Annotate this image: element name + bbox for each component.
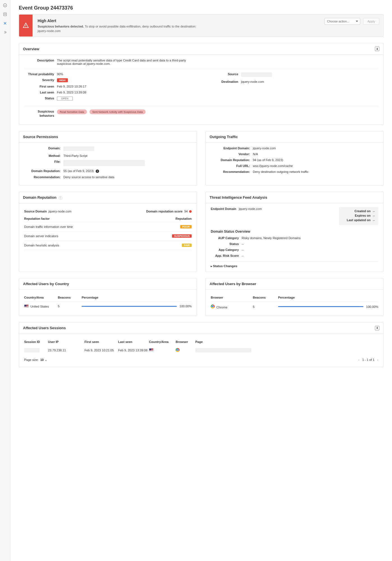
rep-score: 94 — [184, 210, 188, 213]
threat-intel-panel: Threat Intelligence Feed Analysis Endpoi… — [205, 192, 384, 272]
overview-description: The script read potentially sensitive da… — [57, 59, 192, 65]
affected-country-panel: Affected Users by Country Country/AreaBe… — [19, 278, 197, 316]
aup-category: Risky domains, Newly Registered Domains — [242, 236, 378, 240]
domain-reputation-panel: Domain Reputation i Source Domain jquery… — [19, 192, 197, 272]
outgoing-traffic-panel: Outgoing Traffic Endpoint Domain:jquery-… — [205, 131, 384, 186]
sidebar-list-icon[interactable] — [3, 12, 8, 17]
browser-row: Chrome 5 100.00% — [211, 302, 378, 312]
behavior-pill: Sent Network Activity with Suspicious Da… — [90, 109, 146, 114]
alert-icon — [19, 15, 33, 36]
session-first-seen: Feb 9, 2023 10:21:05 — [84, 349, 118, 352]
sessions-header: Session IDUser IPFirst seenLast seenCoun… — [24, 338, 378, 346]
alert-banner: High Alert Suspicious behaviors detected… — [19, 14, 384, 37]
endpoint-domain: jquery-node.com — [253, 146, 378, 150]
chevron-down-icon: ⌄ — [45, 358, 47, 361]
sessions-panel: Affected Users Sessions ⬇ Session IDUser… — [19, 322, 384, 367]
country-row: United States 5 100.00% — [24, 302, 192, 311]
domain-status-overview-title: Domain Status Overview — [211, 230, 378, 233]
reputation-tag-suspicious: SUSPICIOUS — [172, 234, 192, 238]
source-domain-redacted — [63, 146, 94, 151]
sidebar-tools-icon[interactable] — [3, 21, 8, 26]
threat-probability: 90% — [57, 72, 194, 76]
alert-domain: jquery-node.com — [38, 29, 315, 33]
overview-panel: Overview ⬇ Description The script read p… — [19, 43, 384, 125]
reputation-row: Domain traffic information over timePOOR — [24, 222, 192, 232]
source-file-redacted — [63, 160, 145, 166]
session-last-seen: Feb 9, 2023 13:39:08 — [118, 349, 149, 352]
severity-badge: HIGH — [57, 78, 68, 82]
apply-button[interactable]: Apply — [363, 18, 379, 25]
choose-action-select[interactable]: Choose action... — [324, 18, 360, 25]
next-page-icon[interactable]: › — [377, 358, 378, 361]
full-url: wss://jquery-node.com/cache — [253, 164, 378, 168]
tif-meta-box: Created on-- Expires on-- Last updated o… — [339, 207, 378, 225]
sidebar-home-icon[interactable] — [3, 3, 8, 8]
page-title: Event Group 24473376 — [19, 5, 384, 11]
chrome-icon — [211, 304, 215, 308]
download-icon[interactable]: ⬇ — [375, 47, 379, 51]
alert-description: Suspicious behaviors detected. To stop o… — [38, 25, 315, 28]
destination-value: jquery-node.com — [241, 80, 378, 83]
source-reputation: 55 (as of Feb 9, 2023) — [63, 169, 94, 173]
overview-title: Overview — [23, 47, 39, 51]
score-indicator-icon — [189, 210, 192, 213]
prev-page-icon[interactable]: ‹ — [358, 358, 359, 361]
reputation-tag-poor: POOR — [180, 225, 192, 228]
vendor: N/A — [253, 152, 378, 156]
outgoing-reputation: 94 (as of Feb 9, 2023) — [253, 158, 378, 162]
alert-title: High Alert — [38, 19, 315, 23]
source-permissions-panel: Source Permissions Domain: Method:Third-… — [19, 131, 197, 186]
last-seen: Feb 9, 2023 13:39:08 — [57, 91, 194, 94]
sidebar-expand-icon[interactable] — [3, 30, 8, 35]
session-id-redacted — [24, 348, 40, 352]
status-changes-toggle[interactable]: Status Changes — [211, 261, 378, 268]
behavior-pill: Read Sensitive Data — [57, 109, 87, 114]
sidebar — [0, 0, 10, 561]
first-seen: Feb 9, 2023 10:26:17 — [57, 85, 194, 88]
info-icon[interactable]: i — [59, 196, 62, 200]
rep-source-domain: jquery-node.com — [49, 210, 72, 213]
page-size-selector[interactable]: Page size: 10 ⌄ — [24, 358, 47, 362]
outgoing-recommendation: Deny destination outgoing network traffi… — [253, 170, 378, 173]
chrome-icon — [176, 348, 180, 352]
info-icon[interactable]: i — [96, 170, 99, 173]
source-recommendation: Deny source access to sensitive data — [63, 175, 192, 179]
session-row[interactable]: 23.79.238.11 Feb 9, 2023 10:21:05 Feb 9,… — [24, 346, 378, 355]
download-icon[interactable]: ⬇ — [375, 326, 379, 330]
session-page-redacted — [195, 348, 251, 352]
svg-point-5 — [26, 27, 26, 27]
reputation-row: Domain heuristic analysisFAIR — [24, 241, 192, 250]
session-ip: 23.79.238.11 — [48, 349, 84, 352]
svg-point-0 — [3, 4, 7, 7]
tif-endpoint: jquery-node.com — [239, 207, 262, 210]
reputation-tag-fair: FAIR — [182, 244, 192, 247]
page-range: 1 - 1 of 1 — [362, 358, 374, 361]
affected-browser-panel: Affected Users by Browser BrowserBeacons… — [205, 278, 384, 316]
us-flag-icon — [149, 348, 153, 351]
us-flag-icon — [24, 304, 29, 308]
source-value-redacted — [241, 72, 272, 77]
source-method: Third-Party Script — [63, 154, 192, 157]
status-badge: OPEN — [57, 97, 73, 100]
reputation-row: Domain server indicatorsSUSPICIOUS — [24, 232, 192, 241]
